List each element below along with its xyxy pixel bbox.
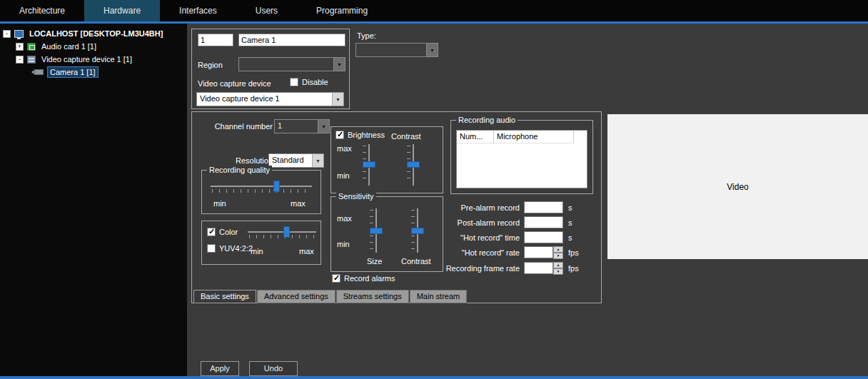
tab-advanced-settings[interactable]: Advanced settings bbox=[257, 290, 335, 303]
color-slider[interactable] bbox=[248, 226, 316, 242]
device-id-input[interactable] bbox=[198, 34, 233, 46]
tree-item-label[interactable]: Video capture device 1 [1] bbox=[39, 54, 134, 64]
sensitivity-size-slider[interactable] bbox=[368, 208, 384, 253]
brightness-checkbox-row[interactable]: Brightness bbox=[335, 131, 385, 139]
chevron-down-icon[interactable] bbox=[332, 93, 343, 106]
recording-frame-rate-spinner[interactable] bbox=[524, 262, 563, 274]
brightness-slider[interactable] bbox=[361, 144, 377, 186]
spinner-up-button[interactable] bbox=[553, 262, 563, 268]
tab-streams-settings[interactable]: Streams settings bbox=[336, 290, 409, 303]
spinner-buttons bbox=[553, 262, 563, 274]
color-checkbox-row[interactable]: Color bbox=[207, 228, 238, 236]
tab-basic-settings[interactable]: Basic settings bbox=[193, 290, 256, 303]
bottom-accent-divider bbox=[0, 376, 868, 379]
color-checkbox[interactable] bbox=[207, 228, 216, 236]
slider-thumb[interactable] bbox=[370, 228, 383, 234]
max-label: max bbox=[337, 214, 352, 223]
yuv-checkbox-row[interactable]: YUV4:2:2 bbox=[207, 244, 253, 253]
pre-alarm-unit: s bbox=[568, 203, 572, 212]
collapse-icon[interactable] bbox=[3, 30, 11, 38]
undo-button[interactable]: Undo bbox=[249, 361, 298, 376]
record-alarms-checkbox-row[interactable]: Record alarms bbox=[332, 274, 395, 283]
tree-item-camera[interactable]: Camera 1 [1] bbox=[31, 66, 99, 78]
disable-checkbox[interactable] bbox=[290, 78, 298, 86]
contrast-label: Contrast bbox=[391, 132, 421, 141]
menu-programming[interactable]: Programming bbox=[297, 0, 387, 21]
recording-quality-slider[interactable] bbox=[211, 181, 312, 196]
slider-thumb[interactable] bbox=[411, 228, 424, 234]
post-alarm-record-label: Post-alarm record bbox=[433, 218, 520, 227]
tree-item-label-selected[interactable]: Camera 1 [1] bbox=[47, 66, 99, 78]
device-name-input[interactable] bbox=[238, 34, 345, 46]
tree-item-audio-card[interactable]: Audio card 1 [1] bbox=[16, 41, 99, 52]
capture-device-select[interactable]: Video capture device 1 bbox=[196, 92, 344, 106]
hot-record-rate-spinner[interactable] bbox=[524, 246, 563, 258]
sensitivity-group: Sensitivity max min Size Contrast bbox=[330, 196, 443, 272]
chevron-down-icon[interactable] bbox=[426, 44, 438, 56]
spinner-buttons bbox=[553, 246, 563, 258]
sensitivity-contrast-slider[interactable] bbox=[410, 208, 425, 253]
tree-item-label[interactable]: Audio card 1 [1] bbox=[39, 41, 99, 51]
min-label: min bbox=[337, 240, 350, 248]
sensitivity-title: Sensitivity bbox=[336, 192, 376, 201]
yuv-checkbox[interactable] bbox=[207, 244, 216, 253]
record-alarms-checkbox[interactable] bbox=[332, 274, 340, 283]
channel-number-label: Channel number bbox=[205, 122, 273, 131]
recording-frame-rate-input[interactable] bbox=[524, 262, 553, 274]
video-preview-label: Video bbox=[727, 182, 748, 192]
recording-audio-table[interactable]: Num... Microphone bbox=[456, 130, 587, 188]
recording-frame-rate-unit: fps bbox=[568, 264, 579, 273]
apply-button[interactable]: Apply bbox=[201, 361, 239, 376]
brightness-checkbox[interactable] bbox=[335, 131, 344, 139]
app-window: Architecture Hardware Interfaces Users P… bbox=[0, 0, 868, 379]
spinner-down-button[interactable] bbox=[553, 253, 563, 259]
disable-label: Disable bbox=[302, 78, 328, 86]
settings-tab-strip: Basic settings Advanced settings Streams… bbox=[193, 290, 468, 303]
type-select[interactable] bbox=[355, 43, 438, 57]
slider-thumb[interactable] bbox=[363, 161, 375, 168]
chevron-down-icon[interactable] bbox=[318, 120, 329, 133]
recording-audio-group: Recording audio Num... Microphone bbox=[450, 120, 593, 194]
collapse-icon[interactable] bbox=[16, 56, 24, 64]
max-label: max bbox=[299, 247, 314, 256]
spinner-down-button[interactable] bbox=[553, 268, 563, 275]
hot-record-rate-input[interactable] bbox=[524, 246, 553, 258]
record-alarms-label: Record alarms bbox=[344, 274, 395, 283]
spinner-up-button[interactable] bbox=[553, 246, 563, 253]
type-value bbox=[356, 44, 426, 56]
brightness-label: Brightness bbox=[348, 131, 385, 139]
menu-hardware[interactable]: Hardware bbox=[84, 0, 160, 21]
tree-item-localhost[interactable]: LOCALHOST [DESKTOP-LM3U4BH] bbox=[3, 28, 165, 39]
chevron-down-icon[interactable] bbox=[312, 154, 323, 167]
tab-main-stream[interactable]: Main stream bbox=[410, 290, 468, 303]
contrast-slider[interactable] bbox=[405, 144, 421, 186]
slider-thumb[interactable] bbox=[283, 226, 290, 238]
slider-track bbox=[248, 231, 316, 233]
hot-record-time-input[interactable] bbox=[524, 231, 563, 243]
tree-item-label[interactable]: LOCALHOST [DESKTOP-LM3U4BH] bbox=[27, 29, 165, 39]
max-label: max bbox=[291, 199, 306, 208]
pre-alarm-record-input[interactable] bbox=[524, 201, 563, 213]
channel-number-select[interactable]: 1 bbox=[274, 119, 330, 133]
recording-quality-title: Recording quality bbox=[207, 166, 272, 174]
slider-thumb[interactable] bbox=[407, 161, 420, 168]
menu-architecture[interactable]: Architecture bbox=[0, 0, 84, 21]
region-select[interactable] bbox=[238, 57, 345, 71]
expand-icon[interactable] bbox=[16, 43, 24, 51]
resolution-select[interactable]: Standard bbox=[268, 153, 324, 168]
table-header: Num... Microphone bbox=[457, 131, 587, 143]
camera-icon bbox=[34, 69, 44, 75]
post-alarm-record-input[interactable] bbox=[524, 216, 563, 228]
resolution-label: Resolution bbox=[206, 156, 273, 165]
slider-thumb[interactable] bbox=[273, 181, 280, 192]
chevron-down-icon[interactable] bbox=[333, 58, 345, 71]
tree-item-video-capture-device[interactable]: Video capture device 1 [1] bbox=[16, 54, 134, 65]
disable-checkbox-row[interactable]: Disable bbox=[290, 78, 328, 86]
resolution-value: Standard bbox=[269, 154, 312, 167]
top-menu-bar: Architecture Hardware Interfaces Users P… bbox=[0, 0, 868, 21]
type-label: Type: bbox=[357, 31, 376, 40]
hot-record-rate-label: "Hot record" rate bbox=[433, 248, 520, 257]
menu-interfaces[interactable]: Interfaces bbox=[160, 0, 236, 21]
menu-users[interactable]: Users bbox=[236, 0, 297, 21]
color-label: Color bbox=[219, 228, 238, 236]
